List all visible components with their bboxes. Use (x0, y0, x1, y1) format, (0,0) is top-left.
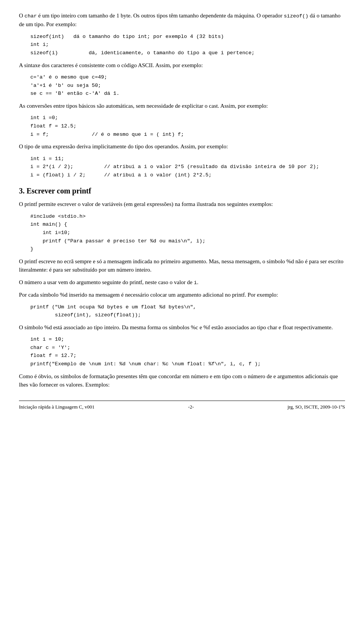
code-block-6: printf ("Um int ocupa %d bytes e um floa… (30, 303, 345, 319)
code-int-i: int i; (30, 42, 49, 47)
footer-center: -2- (188, 404, 194, 410)
code-conversion-example: int i =0; float f = 12.5; i = f; // é o … (30, 115, 184, 137)
paragraph-7: O número a usar vem do argumento seguint… (19, 278, 345, 287)
paragraph-2: A sintaxe dos caracteres é consistente c… (19, 61, 345, 70)
code-block-5: #include <stdio.h> int main() { int i=10… (30, 212, 345, 253)
code-block-7: int i = 10; char c = 'Y'; float f = 12.7… (30, 335, 345, 368)
paragraph-5: O printf permite escrever o valor de var… (19, 200, 345, 209)
paragraph-3: As conversões entre tipos básicos são au… (19, 102, 345, 110)
code-block-4: int i = 11; i = 2*(i / 2); // atribui a … (30, 155, 345, 179)
paragraph-6: O printf escreve no ecrã sempre e só a m… (19, 257, 345, 274)
footer-right: jrg, SO, ISCTE, 2009-10-1ºS (287, 404, 345, 410)
code-format-example: int i = 10; char c = 'Y'; float f = 12.7… (30, 336, 261, 367)
paragraph-4: O tipo de uma expressão deriva implicita… (19, 142, 345, 151)
code-printf-example: #include <stdio.h> int main() { int i=10… (30, 214, 206, 252)
code-inline-sizeof: sizeof() (284, 13, 309, 19)
code-char-example: c='a' é o mesmo que c=49; 'a'+1 é 'b' ou… (30, 74, 119, 96)
code-sizeof-i: sizeof(i) (30, 50, 58, 56)
code-sizeof-int: sizeof(int) (30, 34, 64, 39)
code-printf-multi: printf ("Um int ocupa %d bytes e um floa… (30, 304, 196, 318)
paragraph-10: Como é óbvio, os símbolos de formatação … (19, 372, 345, 389)
page-footer: Iniciação rápida à Linguagem C, v001 -2-… (19, 401, 345, 410)
code-inline-i: i (194, 280, 197, 286)
code-inline-char: char (25, 13, 37, 19)
page-content: O char é um tipo inteiro com tamanho de … (19, 11, 345, 410)
footer-left: Iniciação rápida à Linguagem C, v001 (19, 404, 94, 410)
code-block-1: sizeof(int) dá o tamanho do tipo int; po… (30, 33, 345, 57)
paragraph-9: O símbolo %d está associado ao tipo inte… (19, 323, 345, 332)
paragraph-8: Por cada símbolo %d inserido na mensagem… (19, 291, 345, 299)
code-expression-type: int i = 11; i = 2*(i / 2); // atribui a … (30, 156, 319, 178)
code-block-3: int i =0; float f = 12.5; i = f; // é o … (30, 114, 345, 138)
section-3-heading: 3. Escrever com printf (19, 187, 345, 195)
paragraph-1: O char é um tipo inteiro com tamanho de … (19, 11, 345, 29)
code-block-2: c='a' é o mesmo que c=49; 'a'+1 é 'b' ou… (30, 73, 345, 98)
